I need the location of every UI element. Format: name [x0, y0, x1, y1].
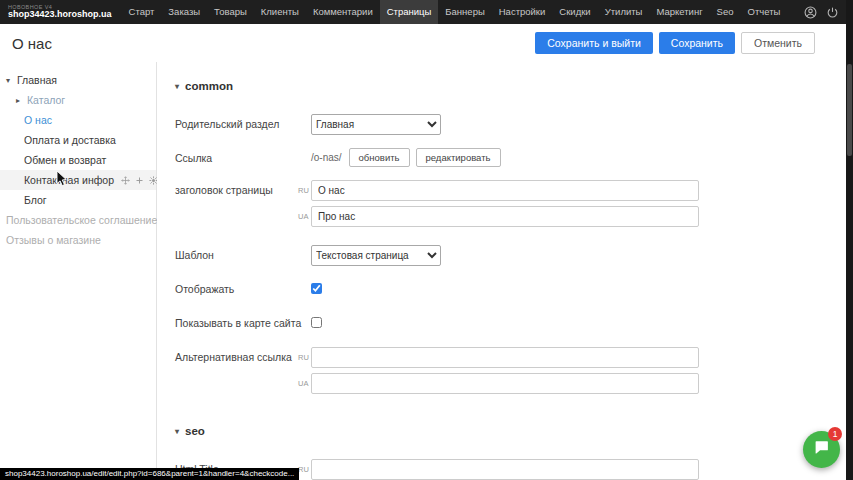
sidebar-item-home[interactable]: ▾ Главная: [0, 70, 156, 90]
sidebar-item-user-agreement[interactable]: Пользовательское соглашение: [0, 210, 156, 230]
sidebar-item-label: Пользовательское соглашение: [6, 214, 157, 226]
alt-link-ru-input[interactable]: [311, 347, 699, 368]
add-page-icon[interactable]: [135, 176, 144, 185]
field-label: Родительский раздел: [175, 114, 311, 130]
sidebar-item-reviews[interactable]: Отзывы о магазине: [0, 230, 156, 250]
sidebar-item-contacts[interactable]: Контактная инфор: [0, 170, 156, 190]
chat-widget-button[interactable]: 1: [803, 431, 840, 468]
link-row: Ссылка /o-nas/ обновить редактировать: [175, 148, 853, 167]
save-and-exit-button[interactable]: Сохранить и выйти: [535, 32, 653, 54]
sitemap-checkbox[interactable]: [311, 317, 322, 328]
chat-unread-badge: 1: [828, 427, 842, 441]
sitemap-row: Показывать в карте сайта: [175, 313, 853, 332]
browser-status-url: shop34423.horoshop.ua/edit/edit.php?id=6…: [0, 468, 299, 480]
move-icon[interactable]: [121, 176, 130, 185]
edit-link-button[interactable]: редактировать: [416, 148, 501, 167]
page-title-ru-input[interactable]: [311, 180, 699, 201]
sidebar-item-label: Каталог: [27, 94, 65, 106]
logout-icon[interactable]: [826, 6, 839, 19]
brand-logo[interactable]: НОВОВНОЕ V4 shop34423.horoshop.ua: [0, 4, 122, 20]
collapse-arrow-icon: ▾: [175, 427, 179, 436]
field-label: Альтернативная ссылка: [175, 347, 311, 363]
sidebar-item-label: Главная: [17, 74, 57, 86]
main-area: ▾ Главная ▸ Каталог О нас Оплата и доста…: [0, 62, 853, 480]
cancel-button[interactable]: Отменить: [741, 32, 815, 54]
menu-item-reports[interactable]: Отчеты: [741, 0, 788, 24]
collapse-arrow-icon: ▾: [175, 82, 179, 91]
page-title-row: заголовок страницы RU UA: [175, 180, 853, 232]
header-buttons: Сохранить и выйти Сохранить Отменить: [535, 32, 841, 54]
display-checkbox[interactable]: [311, 283, 322, 294]
link-path-value: /o-nas/: [311, 148, 342, 167]
sidebar-item-label: Обмен и возврат: [24, 154, 106, 166]
menu-item-banners[interactable]: Баннеры: [438, 0, 491, 24]
sidebar-item-label: Отзывы о магазине: [6, 234, 101, 246]
field-label: Показывать в карте сайта: [175, 313, 311, 329]
collapse-arrow-icon[interactable]: ▾: [6, 76, 13, 85]
sidebar-item-payment-delivery[interactable]: Оплата и доставка: [0, 130, 156, 150]
section-title: seo: [185, 425, 205, 437]
menu-item-orders[interactable]: Заказы: [161, 0, 207, 24]
section-common[interactable]: ▾ common: [175, 80, 853, 92]
display-row: Отображать: [175, 279, 853, 298]
lang-tag-ru: RU: [298, 465, 309, 474]
save-button[interactable]: Сохранить: [659, 32, 735, 54]
sidebar-item-about[interactable]: О нас: [0, 110, 156, 130]
sidebar-item-exchange-return[interactable]: Обмен и возврат: [0, 150, 156, 170]
menu-item-marketing[interactable]: Маркетинг: [649, 0, 709, 24]
page-title-ua-input[interactable]: [311, 206, 699, 227]
sidebar-item-label: О нас: [24, 114, 52, 126]
lang-tag-ru: RU: [298, 353, 309, 362]
expand-arrow-icon[interactable]: ▸: [16, 96, 23, 105]
lang-tag-ua: UA: [298, 212, 308, 221]
parent-section-select[interactable]: Главная: [311, 114, 441, 135]
alt-link-ua-input[interactable]: [311, 373, 699, 394]
menu-item-seo[interactable]: Seo: [710, 0, 741, 24]
page-title: О нас: [12, 35, 52, 52]
template-select[interactable]: Текстовая страница: [311, 245, 441, 266]
menu-item-clients[interactable]: Клиенты: [254, 0, 306, 24]
menu-item-comments[interactable]: Комментарии: [306, 0, 380, 24]
sidebar-item-label: Оплата и доставка: [24, 134, 116, 146]
alt-link-row: Альтернативная ссылка RU UA: [175, 347, 853, 399]
sidebar-item-catalog[interactable]: ▸ Каталог: [0, 90, 156, 110]
template-row: Шаблон Текстовая страница: [175, 245, 853, 266]
page-tree-sidebar: ▾ Главная ▸ Каталог О нас Оплата и доста…: [0, 62, 157, 480]
refresh-link-button[interactable]: обновить: [349, 148, 410, 167]
section-seo[interactable]: ▾ seo: [175, 425, 853, 437]
menu-item-discounts[interactable]: Скидки: [552, 0, 597, 24]
topbar: НОВОВНОЕ V4 shop34423.horoshop.ua Старт …: [0, 0, 853, 24]
field-label: Ссылка: [175, 148, 311, 164]
menu-item-utilities[interactable]: Утилиты: [598, 0, 650, 24]
html-title-ru-input[interactable]: [311, 459, 699, 480]
section-title: common: [185, 80, 233, 92]
menu-item-products[interactable]: Товары: [207, 0, 254, 24]
edit-form: ▾ common Родительский раздел Главная Ссы…: [157, 62, 853, 480]
brand-domain: shop34423.horoshop.ua: [8, 10, 112, 20]
field-label: Отображать: [175, 279, 311, 295]
field-label: заголовок страницы: [175, 180, 311, 196]
account-icon[interactable]: [804, 6, 817, 19]
scrollbar-thumb[interactable]: [847, 64, 852, 156]
menu-item-settings[interactable]: Настройки: [492, 0, 553, 24]
menu-item-start[interactable]: Старт: [122, 0, 162, 24]
sidebar-item-label: Блог: [24, 194, 47, 206]
sidebar-item-blog[interactable]: Блог: [0, 190, 156, 210]
chat-bubble-icon: [813, 439, 830, 460]
field-label: Шаблон: [175, 245, 311, 261]
menu-item-pages[interactable]: Страницы: [380, 0, 439, 24]
page-header: О нас Сохранить и выйти Сохранить Отмени…: [0, 24, 853, 62]
sidebar-item-label: Контактная инфор: [24, 174, 114, 186]
lang-tag-ua: UA: [298, 379, 308, 388]
page-scrollbar[interactable]: [846, 0, 853, 480]
parent-section-row: Родительский раздел Главная: [175, 114, 853, 135]
lang-tag-ru: RU: [298, 186, 309, 195]
